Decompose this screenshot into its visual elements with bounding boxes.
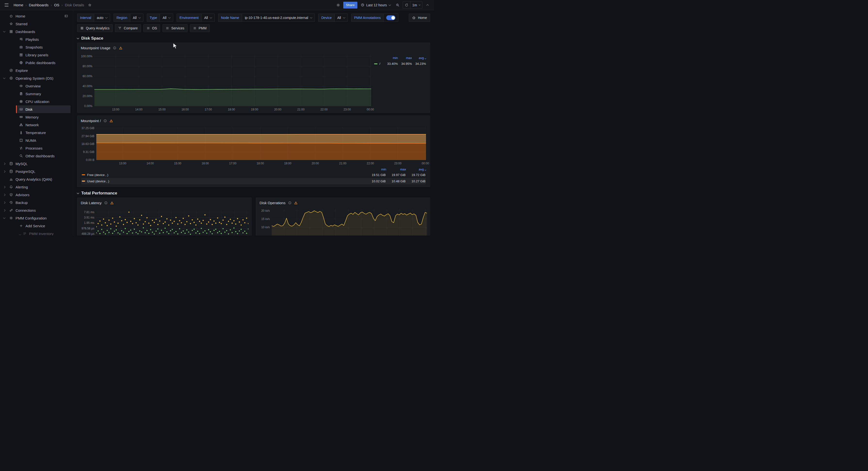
home-button[interactable]: Home	[409, 13, 430, 22]
legend-row-free-device[interactable]: Free (device , ) 19.51 GiB 19.97 GiB 19.…	[81, 172, 426, 178]
legend-header-max[interactable]: max	[386, 168, 406, 171]
zoom-out-time-button[interactable]	[394, 1, 401, 9]
svg-text:9.31 GiB: 9.31 GiB	[83, 150, 94, 154]
filter-node-name-value[interactable]: ip-10-178-1-40.us-east-2.compute.interna…	[242, 13, 315, 22]
sidebar-item-temperature[interactable]: Temperature	[16, 129, 71, 137]
sidebar-item-overview[interactable]: Overview	[16, 82, 71, 90]
sidebar-item-connections[interactable]: Connections	[0, 206, 73, 214]
info-icon[interactable]	[104, 201, 108, 205]
legend-row-used-device[interactable]: Used (device , ) 10.02 GiB 10.48 GiB 10.…	[81, 178, 426, 184]
legend-header-min[interactable]: min	[366, 168, 386, 171]
sidebar-item-playlists[interactable]: Playlists	[16, 35, 71, 43]
sidebar-item-explore[interactable]: Explore	[0, 66, 73, 74]
sidebar-item-dashboards[interactable]: Dashboards	[0, 28, 73, 35]
svg-text:21:00: 21:00	[297, 108, 305, 111]
sidebar-item-alerting[interactable]: Alerting	[0, 183, 73, 191]
sidebar-item-starred[interactable]: Starred	[0, 20, 73, 28]
panel-header: Mountpoint Usage	[78, 43, 430, 53]
filter-type-label: Type	[147, 13, 160, 22]
refresh-interval-select[interactable]: 1m	[410, 2, 422, 8]
refresh-icon	[405, 3, 408, 7]
sidebar-item-home[interactable]: Home	[0, 12, 73, 20]
sidebar-item-postgresql[interactable]: PostgreSQL	[0, 168, 73, 175]
pmm-annotations-toggle[interactable]	[386, 15, 396, 20]
svg-text:14:00: 14:00	[135, 108, 143, 111]
os-button[interactable]: OS	[143, 24, 160, 32]
chart-canvas-latency: 7.81 ms3.91 ms1.95 ms976.56 µs488.28 µs	[78, 208, 251, 235]
menu-button[interactable]	[3, 1, 10, 9]
sidebar-item-backup[interactable]: Backup	[0, 199, 73, 206]
legend-header-max[interactable]: max	[398, 56, 412, 60]
warning-icon[interactable]	[119, 46, 123, 50]
sidebar-item-network[interactable]: Network	[16, 121, 71, 129]
pmm-button[interactable]: PMM	[190, 24, 210, 32]
breadcrumb-home[interactable]: Home	[13, 3, 23, 7]
info-icon[interactable]	[113, 46, 117, 50]
favorite-button[interactable]	[86, 1, 93, 9]
sidebar-item-operating-system-os[interactable]: Operating System (OS)	[0, 74, 73, 82]
sidebar-item-pmm-configuration[interactable]: PMM Configuration	[0, 214, 73, 222]
services-button[interactable]: Services	[162, 24, 188, 32]
disk-operations-chart[interactable]: 20 io/s15 io/s10 io/s	[256, 208, 430, 235]
apps-icon	[80, 26, 84, 30]
sidebar-item-label: PMM Inventory	[29, 232, 54, 236]
warning-icon[interactable]	[110, 119, 113, 123]
info-icon[interactable]	[103, 119, 107, 123]
sidebar-item-snapshots[interactable]: Snapshots	[16, 43, 71, 51]
sidebar-item-library-panels[interactable]: Library panels	[16, 51, 71, 59]
sidebar-item-pmm-inventory[interactable]: PMM Inventory	[16, 230, 71, 235]
section-total-performance[interactable]: Total Performance	[77, 191, 430, 196]
chevron-down-icon	[389, 3, 391, 6]
sidebar-item-numa[interactable]: NUMA	[16, 137, 71, 144]
disk-latency-chart[interactable]: 7.81 ms3.91 ms1.95 ms976.56 µs488.28 µs	[78, 208, 251, 235]
filter-device-value[interactable]: All	[335, 13, 348, 22]
svg-text:10 io/s: 10 io/s	[261, 226, 270, 229]
svg-text:23:00: 23:00	[394, 162, 402, 165]
refresh-button[interactable]	[403, 1, 410, 9]
compare-button[interactable]: Compare	[115, 24, 141, 32]
sidebar-item-summary[interactable]: Summary	[16, 90, 71, 97]
filter-interval-value[interactable]: auto	[94, 13, 110, 22]
chart-canvas-usage: 0.00%20.00%40.00%60.00%80.00%100.00%13:0…	[78, 53, 374, 112]
breadcrumb-dashboards[interactable]: Dashboards	[29, 3, 49, 7]
sidebar-item-memory[interactable]: Memory	[16, 113, 71, 121]
series-max: 10.48 GiB	[386, 179, 406, 183]
warning-icon[interactable]	[294, 201, 298, 205]
warning-icon[interactable]	[110, 201, 114, 205]
legend-header-min[interactable]: min	[384, 56, 398, 60]
dashboard-settings-button[interactable]	[335, 1, 342, 9]
legend-row-root[interactable]: / 33.40% 34.95% 34.23%	[374, 62, 426, 65]
sidebar-item-processes[interactable]: Processes	[16, 144, 71, 152]
query-analytics-button[interactable]: Query Analytics	[77, 24, 113, 32]
svg-text:13:00: 13:00	[112, 108, 119, 111]
sidebar-item-label: NUMA	[26, 138, 36, 143]
filter-type-value[interactable]: All	[160, 13, 173, 22]
sidebar-item-label: Query Analytics (QAN)	[16, 177, 52, 181]
time-range-picker[interactable]: Last 12 hours	[359, 1, 393, 9]
mountpoint-root-chart[interactable]: 0.00 B9.31 GiB18.63 GiB27.94 GiB37.25 Gi…	[78, 125, 430, 166]
sidebar-item-cpu-utilization[interactable]: CPU utilization	[16, 97, 71, 106]
sidebar-item-mysql[interactable]: MySQL	[0, 160, 73, 168]
sidebar-item-disk[interactable]: Disk	[16, 106, 71, 113]
sidebar-item-other-dashboards[interactable]: Other dashboards	[16, 152, 71, 160]
series-min: 33.40%	[384, 62, 398, 65]
warn-icon	[119, 46, 123, 50]
filter-environment-value[interactable]: All	[202, 13, 215, 22]
filter-region-value[interactable]: All	[130, 13, 144, 22]
sidebar-collapse-button[interactable]	[64, 14, 71, 18]
sidebar-item-public-dashboards[interactable]: Public dashboards	[16, 59, 71, 66]
legend-header-avg[interactable]: avg	[406, 168, 426, 171]
collapse-topbar-button[interactable]	[424, 1, 431, 9]
list-icon	[193, 26, 196, 30]
sidebar-item-query-analytics-qan[interactable]: Query Analytics (QAN)	[0, 175, 73, 183]
section-disk-space[interactable]: Disk Space	[77, 36, 430, 41]
breadcrumb-os[interactable]: OS	[54, 3, 59, 7]
breadcrumb-disk-details[interactable]: Disk Details	[65, 3, 84, 7]
sidebar-item-advisors[interactable]: Advisors	[0, 191, 73, 199]
mountpoint-usage-chart[interactable]: 0.00%20.00%40.00%60.00%80.00%100.00%13:0…	[78, 53, 374, 112]
legend-header-avg[interactable]: avg	[412, 56, 426, 60]
sidebar-item-add-service[interactable]: Add Service	[16, 222, 71, 230]
share-button[interactable]: Share	[343, 2, 357, 8]
info-icon[interactable]	[288, 201, 291, 205]
svg-text:17:00: 17:00	[205, 108, 212, 111]
